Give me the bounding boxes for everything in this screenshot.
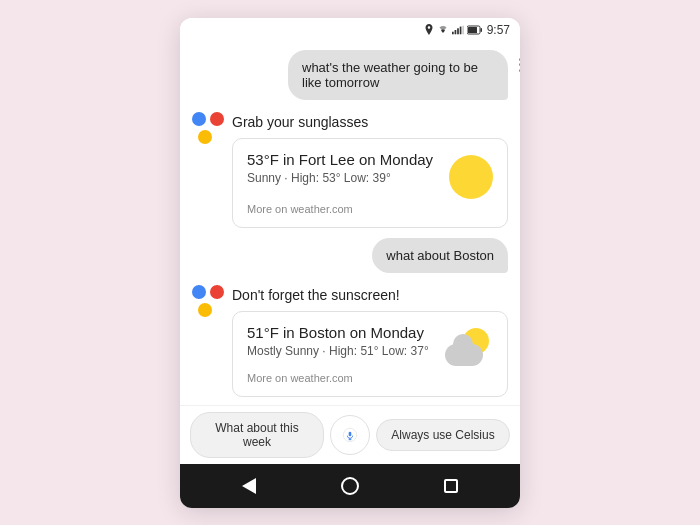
mic-icon: [342, 427, 358, 443]
dot-blue: [192, 112, 206, 126]
weather-main-2: 51°F in Boston on Monday Mostly Sunny · …: [247, 324, 493, 368]
signal-icon: [452, 25, 464, 35]
assistant-content-1: Grab your sunglasses 53°F in Fort Lee on…: [232, 110, 508, 228]
wifi-icon: [437, 25, 449, 35]
svg-rect-9: [349, 431, 352, 436]
back-button[interactable]: [242, 478, 256, 494]
dot-red: [210, 112, 224, 126]
svg-rect-1: [454, 30, 456, 34]
svg-rect-6: [480, 28, 482, 32]
recent-button[interactable]: [444, 479, 458, 493]
status-bar: 9:57: [180, 18, 520, 42]
mic-button[interactable]: [330, 415, 370, 455]
phone-container: 9:57 what's the weather going to be like…: [180, 18, 520, 508]
home-button[interactable]: [341, 477, 359, 495]
weather-temp-1: 53°F in Fort Lee on Monday: [247, 151, 433, 168]
partly-cloudy-icon: [445, 328, 493, 368]
status-icons: [424, 24, 483, 36]
weather-card-2: 51°F in Boston on Monday Mostly Sunny · …: [232, 311, 508, 397]
menu-dot: [519, 69, 520, 72]
assistant-response-1: Grab your sunglasses 53°F in Fort Lee on…: [192, 110, 508, 228]
menu-dot: [519, 58, 520, 61]
assistant-logo-2: [192, 285, 224, 317]
weather-source-2: More on weather.com: [247, 372, 493, 384]
suggestion-chip-2[interactable]: Always use Celsius: [376, 419, 510, 451]
suggestion-chip-1[interactable]: What about this week: [190, 412, 324, 458]
assistant-logo-1: [192, 112, 224, 144]
user-message-2: what about Boston: [372, 238, 508, 273]
assistant-text-1: Grab your sunglasses: [232, 110, 508, 134]
more-menu[interactable]: [519, 58, 520, 72]
assistant-content-2: Don't forget the sunscreen! 51°F in Bost…: [232, 283, 508, 397]
suggestions-row: What about this week Always use Celsius: [180, 405, 520, 464]
status-time: 9:57: [487, 23, 510, 37]
assistant-response-2: Don't forget the sunscreen! 51°F in Bost…: [192, 283, 508, 397]
battery-icon: [467, 25, 483, 35]
nav-bar: [180, 464, 520, 508]
weather-condition-1: Sunny · High: 53° Low: 39°: [247, 171, 433, 185]
weather-info-2: 51°F in Boston on Monday Mostly Sunny · …: [247, 324, 429, 360]
weather-temp-2: 51°F in Boston on Monday: [247, 324, 429, 341]
weather-card-1: 53°F in Fort Lee on Monday Sunny · High:…: [232, 138, 508, 228]
weather-info-1: 53°F in Fort Lee on Monday Sunny · High:…: [247, 151, 433, 187]
chat-area[interactable]: what's the weather going to be like tomo…: [180, 42, 520, 405]
svg-rect-7: [468, 27, 477, 33]
svg-rect-0: [452, 31, 454, 34]
assistant-text-2: Don't forget the sunscreen!: [232, 283, 508, 307]
user-bubble-2: what about Boston: [372, 238, 508, 273]
weather-source-1: More on weather.com: [247, 203, 493, 215]
location-icon: [424, 24, 434, 36]
dot-red-2: [210, 285, 224, 299]
pc-cloud: [445, 344, 483, 366]
svg-rect-3: [459, 26, 461, 34]
user-text-1: what's the weather going to be like tomo…: [302, 60, 478, 90]
svg-rect-2: [457, 28, 459, 34]
user-text-2: what about Boston: [386, 248, 494, 263]
menu-dot: [519, 63, 520, 66]
logo-dots-1: [192, 112, 224, 144]
dot-blue-2: [192, 285, 206, 299]
logo-dots-2: [192, 285, 224, 317]
user-message-1: what's the weather going to be like tomo…: [288, 50, 508, 100]
weather-condition-2: Mostly Sunny · High: 51° Low: 37°: [247, 344, 429, 358]
dot-yellow-2: [198, 303, 212, 317]
dot-yellow: [198, 130, 212, 144]
sun-icon: [449, 155, 493, 199]
svg-rect-4: [462, 25, 464, 34]
user-bubble-1: what's the weather going to be like tomo…: [288, 50, 508, 100]
weather-main-1: 53°F in Fort Lee on Monday Sunny · High:…: [247, 151, 493, 199]
